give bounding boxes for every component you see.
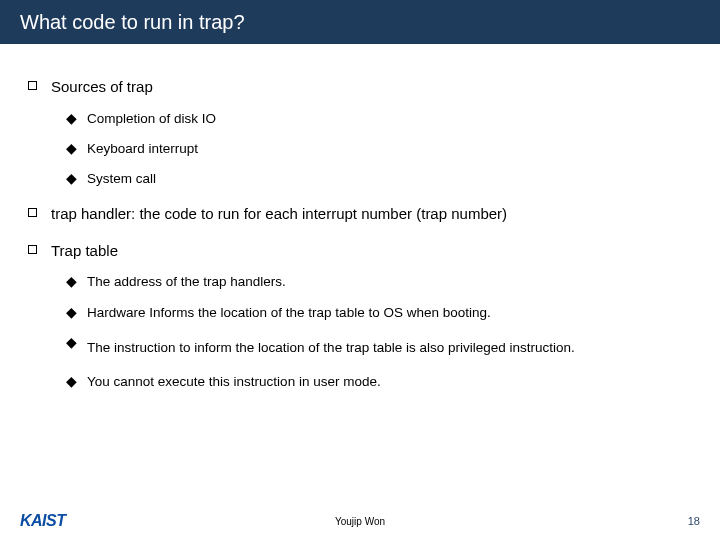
subbullet: ◆ System call: [66, 169, 692, 189]
diamond-bullet-icon: ◆: [66, 333, 77, 353]
bullet-handler: trap handler: the code to run for each i…: [28, 203, 692, 226]
subbullet-label: The address of the trap handlers.: [87, 272, 286, 292]
subbullet: ◆ Hardware Informs the location of the t…: [66, 303, 692, 323]
subbullet-label: Hardware Informs the location of the tra…: [87, 303, 491, 323]
subbullet: ◆ The instruction to inform the location…: [66, 333, 692, 363]
subbullet-label: You cannot execute this instruction in u…: [87, 372, 381, 392]
slide-title: What code to run in trap?: [20, 11, 245, 34]
bullet-table: Trap table: [28, 240, 692, 263]
subbullet-label: The instruction to inform the location o…: [87, 333, 575, 363]
subbullet: ◆ The address of the trap handlers.: [66, 272, 692, 292]
subbullet: ◆ You cannot execute this instruction in…: [66, 372, 692, 392]
slide: What code to run in trap? Sources of tra…: [0, 0, 720, 540]
bullet-label: Trap table: [51, 240, 118, 263]
subbullet: ◆ Completion of disk IO: [66, 109, 692, 129]
square-bullet-icon: [28, 81, 37, 90]
diamond-bullet-icon: ◆: [66, 372, 77, 392]
title-bar: What code to run in trap?: [0, 0, 720, 44]
subbullet-label: System call: [87, 169, 156, 189]
diamond-bullet-icon: ◆: [66, 272, 77, 292]
square-bullet-icon: [28, 208, 37, 217]
bullet-label: Sources of trap: [51, 76, 153, 99]
diamond-bullet-icon: ◆: [66, 139, 77, 159]
diamond-bullet-icon: ◆: [66, 109, 77, 129]
diamond-bullet-icon: ◆: [66, 169, 77, 189]
subbullet-label: Completion of disk IO: [87, 109, 216, 129]
author-name: Youjip Won: [335, 516, 385, 527]
slide-body: Sources of trap ◆ Completion of disk IO …: [0, 44, 720, 393]
diamond-bullet-icon: ◆: [66, 303, 77, 323]
subbullet: ◆ Keyboard interrupt: [66, 139, 692, 159]
footer: KAIST Youjip Won 18: [0, 512, 720, 530]
bullet-sources: Sources of trap: [28, 76, 692, 99]
square-bullet-icon: [28, 245, 37, 254]
kaist-logo: KAIST: [20, 512, 66, 530]
subbullet-label: Keyboard interrupt: [87, 139, 198, 159]
page-number: 18: [688, 515, 700, 527]
bullet-label: trap handler: the code to run for each i…: [51, 203, 507, 226]
